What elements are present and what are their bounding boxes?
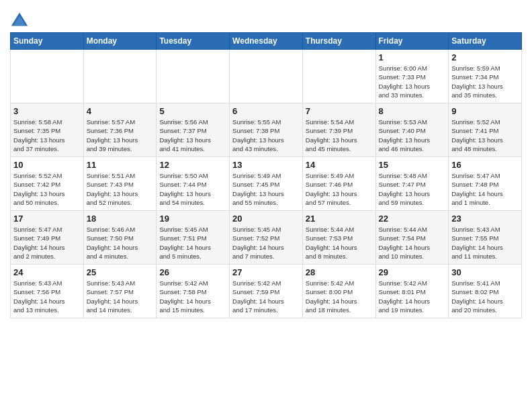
week-row-2: 10Sunrise: 5:52 AM Sunset: 7:42 PM Dayli…: [11, 157, 522, 211]
day-info-15: Sunrise: 5:48 AM Sunset: 7:47 PM Dayligh…: [379, 171, 446, 207]
day-info-21: Sunrise: 5:44 AM Sunset: 7:53 PM Dayligh…: [306, 225, 373, 261]
day-number-4: 4: [87, 106, 154, 116]
day-number-11: 11: [87, 160, 154, 170]
cell-1-3: 6Sunrise: 5:55 AM Sunset: 7:38 PM Daylig…: [230, 103, 303, 157]
cell-1-1: 4Sunrise: 5:57 AM Sunset: 7:36 PM Daylig…: [83, 103, 157, 157]
day-number-21: 21: [306, 214, 373, 224]
day-info-22: Sunrise: 5:44 AM Sunset: 7:54 PM Dayligh…: [379, 225, 446, 261]
day-number-17: 17: [13, 214, 81, 224]
header-tuesday: Tuesday: [157, 33, 230, 50]
cell-2-1: 11Sunrise: 5:51 AM Sunset: 7:43 PM Dayli…: [83, 157, 157, 211]
cell-2-2: 12Sunrise: 5:50 AM Sunset: 7:44 PM Dayli…: [157, 157, 230, 211]
cell-1-0: 3Sunrise: 5:58 AM Sunset: 7:35 PM Daylig…: [11, 103, 84, 157]
cell-3-3: 20Sunrise: 5:45 AM Sunset: 7:52 PM Dayli…: [230, 211, 303, 265]
day-info-16: Sunrise: 5:47 AM Sunset: 7:48 PM Dayligh…: [451, 171, 519, 207]
cell-4-4: 28Sunrise: 5:42 AM Sunset: 8:00 PM Dayli…: [302, 265, 375, 318]
calendar-header: SundayMondayTuesdayWednesdayThursdayFrid…: [11, 33, 522, 50]
calendar-body: 1Sunrise: 6:00 AM Sunset: 7:33 PM Daylig…: [11, 50, 522, 318]
week-row-1: 3Sunrise: 5:58 AM Sunset: 7:35 PM Daylig…: [11, 103, 522, 157]
day-number-15: 15: [379, 160, 446, 170]
day-number-16: 16: [451, 160, 519, 170]
cell-3-6: 23Sunrise: 5:43 AM Sunset: 7:55 PM Dayli…: [449, 211, 522, 265]
cell-0-2: [157, 50, 230, 103]
day-info-8: Sunrise: 5:53 AM Sunset: 7:40 PM Dayligh…: [379, 118, 446, 153]
header-saturday: Saturday: [449, 33, 522, 50]
cell-0-4: [302, 50, 375, 103]
day-info-18: Sunrise: 5:46 AM Sunset: 7:50 PM Dayligh…: [87, 225, 154, 261]
day-info-14: Sunrise: 5:49 AM Sunset: 7:46 PM Dayligh…: [306, 171, 373, 207]
cell-0-1: [83, 50, 157, 103]
day-info-2: Sunrise: 5:59 AM Sunset: 7:34 PM Dayligh…: [451, 64, 519, 99]
day-info-12: Sunrise: 5:50 AM Sunset: 7:44 PM Dayligh…: [159, 171, 226, 207]
cell-0-6: 2Sunrise: 5:59 AM Sunset: 7:34 PM Daylig…: [449, 50, 522, 103]
header-wednesday: Wednesday: [230, 33, 303, 50]
day-number-9: 9: [451, 106, 519, 116]
day-number-7: 7: [306, 106, 373, 116]
day-number-6: 6: [232, 106, 300, 116]
cell-2-3: 13Sunrise: 5:49 AM Sunset: 7:45 PM Dayli…: [230, 157, 303, 211]
week-row-0: 1Sunrise: 6:00 AM Sunset: 7:33 PM Daylig…: [11, 50, 522, 103]
day-number-14: 14: [306, 160, 373, 170]
day-number-29: 29: [379, 267, 446, 277]
day-number-1: 1: [379, 52, 446, 62]
day-info-27: Sunrise: 5:42 AM Sunset: 7:59 PM Dayligh…: [232, 279, 300, 314]
cell-3-4: 21Sunrise: 5:44 AM Sunset: 7:53 PM Dayli…: [302, 211, 375, 265]
day-info-20: Sunrise: 5:45 AM Sunset: 7:52 PM Dayligh…: [232, 225, 300, 261]
cell-1-4: 7Sunrise: 5:54 AM Sunset: 7:39 PM Daylig…: [302, 103, 375, 157]
day-info-19: Sunrise: 5:45 AM Sunset: 7:51 PM Dayligh…: [159, 225, 226, 261]
day-number-19: 19: [159, 214, 226, 224]
day-number-13: 13: [232, 160, 300, 170]
day-info-6: Sunrise: 5:55 AM Sunset: 7:38 PM Dayligh…: [232, 118, 300, 153]
day-number-3: 3: [13, 106, 81, 116]
cell-4-0: 24Sunrise: 5:43 AM Sunset: 7:56 PM Dayli…: [11, 265, 84, 318]
cell-1-5: 8Sunrise: 5:53 AM Sunset: 7:40 PM Daylig…: [375, 103, 449, 157]
day-number-10: 10: [13, 160, 81, 170]
cell-0-3: [230, 50, 303, 103]
header-monday: Monday: [83, 33, 157, 50]
week-row-3: 17Sunrise: 5:47 AM Sunset: 7:49 PM Dayli…: [11, 211, 522, 265]
calendar-table: SundayMondayTuesdayWednesdayThursdayFrid…: [10, 32, 522, 318]
day-info-1: Sunrise: 6:00 AM Sunset: 7:33 PM Dayligh…: [379, 64, 446, 99]
cell-4-5: 29Sunrise: 5:42 AM Sunset: 8:01 PM Dayli…: [375, 265, 449, 318]
header: [10, 7, 522, 30]
day-number-18: 18: [87, 214, 154, 224]
day-info-26: Sunrise: 5:42 AM Sunset: 7:58 PM Dayligh…: [159, 279, 226, 314]
day-number-23: 23: [451, 214, 519, 224]
cell-2-6: 16Sunrise: 5:47 AM Sunset: 7:48 PM Dayli…: [449, 157, 522, 211]
day-number-22: 22: [379, 214, 446, 224]
cell-0-5: 1Sunrise: 6:00 AM Sunset: 7:33 PM Daylig…: [375, 50, 449, 103]
day-info-5: Sunrise: 5:56 AM Sunset: 7:37 PM Dayligh…: [159, 118, 226, 153]
day-number-20: 20: [232, 214, 300, 224]
day-info-30: Sunrise: 5:41 AM Sunset: 8:02 PM Dayligh…: [451, 279, 519, 314]
day-info-9: Sunrise: 5:52 AM Sunset: 7:41 PM Dayligh…: [451, 118, 519, 153]
day-number-25: 25: [87, 267, 154, 277]
day-info-17: Sunrise: 5:47 AM Sunset: 7:49 PM Dayligh…: [13, 225, 81, 261]
day-number-12: 12: [159, 160, 226, 170]
day-info-3: Sunrise: 5:58 AM Sunset: 7:35 PM Dayligh…: [13, 118, 81, 153]
day-info-23: Sunrise: 5:43 AM Sunset: 7:55 PM Dayligh…: [451, 225, 519, 261]
day-info-28: Sunrise: 5:42 AM Sunset: 8:00 PM Dayligh…: [306, 279, 373, 314]
day-info-10: Sunrise: 5:52 AM Sunset: 7:42 PM Dayligh…: [13, 171, 81, 207]
day-info-13: Sunrise: 5:49 AM Sunset: 7:45 PM Dayligh…: [232, 171, 300, 207]
cell-4-6: 30Sunrise: 5:41 AM Sunset: 8:02 PM Dayli…: [449, 265, 522, 318]
day-number-27: 27: [232, 267, 300, 277]
day-info-4: Sunrise: 5:57 AM Sunset: 7:36 PM Dayligh…: [87, 118, 154, 153]
day-info-11: Sunrise: 5:51 AM Sunset: 7:43 PM Dayligh…: [87, 171, 154, 207]
cell-2-0: 10Sunrise: 5:52 AM Sunset: 7:42 PM Dayli…: [11, 157, 84, 211]
day-info-29: Sunrise: 5:42 AM Sunset: 8:01 PM Dayligh…: [379, 279, 446, 314]
cell-1-6: 9Sunrise: 5:52 AM Sunset: 7:41 PM Daylig…: [449, 103, 522, 157]
cell-4-3: 27Sunrise: 5:42 AM Sunset: 7:59 PM Dayli…: [230, 265, 303, 318]
header-thursday: Thursday: [302, 33, 375, 50]
day-number-28: 28: [306, 267, 373, 277]
day-number-26: 26: [159, 267, 226, 277]
day-info-25: Sunrise: 5:43 AM Sunset: 7:57 PM Dayligh…: [87, 279, 154, 314]
cell-4-1: 25Sunrise: 5:43 AM Sunset: 7:57 PM Dayli…: [83, 265, 157, 318]
header-friday: Friday: [375, 33, 449, 50]
day-number-8: 8: [379, 106, 446, 116]
cell-0-0: [11, 50, 84, 103]
week-row-4: 24Sunrise: 5:43 AM Sunset: 7:56 PM Dayli…: [11, 265, 522, 318]
cell-3-5: 22Sunrise: 5:44 AM Sunset: 7:54 PM Dayli…: [375, 211, 449, 265]
cell-3-1: 18Sunrise: 5:46 AM Sunset: 7:50 PM Dayli…: [83, 211, 157, 265]
header-sunday: Sunday: [11, 33, 84, 50]
day-info-7: Sunrise: 5:54 AM Sunset: 7:39 PM Dayligh…: [306, 118, 373, 153]
